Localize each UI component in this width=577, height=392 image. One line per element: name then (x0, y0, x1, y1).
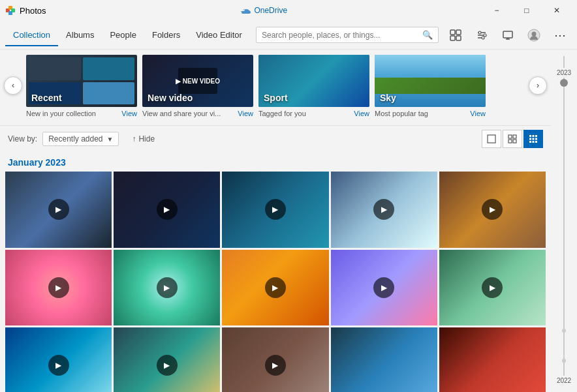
search-icon: 🔍 (422, 30, 433, 40)
play-button: ▶ (157, 199, 178, 220)
play-button: ▶ (157, 277, 178, 298)
search-input[interactable] (262, 31, 418, 40)
view-mode-list-button[interactable] (482, 130, 501, 148)
svg-rect-32 (535, 141, 537, 143)
nav-actions: ⋯ (444, 23, 572, 47)
photo-grid: ▶ ▶ ▶ ▶ ▶ ▶ ▶ (5, 172, 546, 392)
photo-tile[interactable]: ▶ (222, 250, 328, 326)
photo-tile[interactable] (439, 327, 546, 392)
play-button: ▶ (157, 355, 178, 376)
svg-rect-3 (8, 11, 12, 15)
featured-card-newvideo-desc: View and share your vi... (142, 110, 221, 117)
featured-card-sky-info: Most popular tag View (375, 107, 486, 120)
import-icon (450, 29, 461, 41)
tab-albums[interactable]: Albums (58, 25, 102, 46)
featured-card-newvideo-view[interactable]: View (238, 110, 253, 117)
photo-tile[interactable]: ▶ (439, 172, 546, 248)
photo-tile[interactable]: ▶ (5, 327, 112, 392)
featured-next-button[interactable]: › (529, 76, 547, 95)
photo-tile[interactable]: ▶ (114, 327, 220, 392)
slideshow-button[interactable] (496, 23, 520, 47)
play-button: ▶ (265, 199, 286, 220)
featured-strip: ‹ Recent New in your collec (0, 50, 551, 126)
featured-card-recent[interactable]: Recent New in your collection View (26, 55, 137, 120)
svg-rect-14 (503, 31, 512, 38)
featured-card-sport[interactable]: Sport Tagged for you View (258, 55, 369, 120)
photo-tile[interactable]: ▶ (331, 250, 437, 326)
maximize-button[interactable]: □ (512, 0, 542, 21)
svg-rect-28 (533, 138, 535, 140)
featured-card-recent-view[interactable]: View (121, 110, 137, 117)
tab-folders[interactable]: Folders (144, 25, 188, 46)
photo-tile[interactable]: ▶ (222, 327, 328, 392)
svg-rect-4 (450, 30, 455, 35)
app-title: Photos (20, 6, 46, 16)
nav-bar: Collection Albums People Folders Video E… (0, 21, 577, 50)
year-marker-2022[interactable]: 2022 (557, 376, 571, 385)
photo-tile[interactable]: ▶ (5, 250, 112, 326)
hide-group[interactable]: ↑ Hide (132, 134, 155, 143)
onedrive-label: OneDrive (254, 6, 287, 15)
featured-card-sky[interactable]: Sky Most popular tag View (375, 55, 486, 120)
featured-card-recent-image: Recent (26, 55, 137, 107)
viewby-select[interactable]: Recently added ▼ (42, 132, 119, 146)
featured-card-recent-label: Recent (31, 93, 62, 103)
viewby-label: View by: (8, 134, 37, 143)
play-button: ▶ (482, 277, 503, 298)
year-marker-2023[interactable]: 2023 (557, 68, 571, 78)
title-bar-left: Photos (5, 5, 46, 16)
featured-card-newvideo-label: New video (148, 93, 193, 103)
svg-rect-25 (533, 135, 535, 137)
featured-card-recent-desc: New in your collection (26, 110, 96, 117)
tab-people[interactable]: People (102, 25, 144, 46)
featured-card-sky-view[interactable]: View (470, 110, 486, 117)
year-handle[interactable] (560, 79, 568, 87)
photo-tile[interactable]: ▶ (222, 172, 328, 248)
filter-button[interactable] (470, 23, 493, 47)
featured-card-sport-desc: Tagged for you (258, 110, 306, 117)
photos-section: January 2023 ▶ ▶ ▶ ▶ ▶ (0, 152, 551, 392)
view-mode-grid-medium-button[interactable] (503, 130, 522, 148)
svg-rect-7 (456, 36, 461, 40)
svg-point-11 (478, 31, 481, 34)
nav-tabs: Collection Albums People Folders Video E… (5, 25, 256, 46)
svg-rect-31 (533, 141, 535, 143)
chevron-down-icon: ▼ (107, 136, 114, 143)
more-button[interactable]: ⋯ (548, 23, 572, 47)
play-button: ▶ (265, 277, 286, 298)
featured-card-newvideo[interactable]: ▶ NEW VIDEO New video View and share you… (142, 55, 253, 120)
svg-rect-26 (535, 135, 537, 137)
photo-tile[interactable]: ▶ (331, 172, 437, 248)
svg-rect-24 (529, 135, 531, 137)
tab-collection[interactable]: Collection (5, 25, 58, 46)
photo-tile[interactable]: ▶ (114, 250, 220, 326)
month-label: January 2023 (5, 152, 546, 172)
close-button[interactable]: ✕ (542, 0, 572, 21)
grid-small-icon (529, 134, 538, 143)
content-area[interactable]: ‹ Recent New in your collec (0, 50, 551, 392)
featured-card-sport-image: Sport (258, 55, 369, 107)
photo-tile[interactable]: ▶ (5, 172, 112, 248)
account-button[interactable] (522, 23, 546, 47)
svg-rect-27 (529, 138, 531, 140)
view-mode-grid-small-button[interactable] (523, 130, 543, 148)
svg-rect-22 (508, 140, 512, 143)
tab-videoeditor[interactable]: Video Editor (188, 25, 250, 46)
photo-tile[interactable]: ▶ (114, 172, 220, 248)
view-mode-buttons (482, 130, 543, 148)
photo-tile[interactable] (331, 327, 437, 392)
svg-rect-29 (535, 138, 537, 140)
featured-prev-button[interactable]: ‹ (4, 76, 22, 95)
svg-point-18 (532, 31, 537, 36)
grid-medium-icon (508, 134, 517, 143)
import-button[interactable] (444, 23, 467, 47)
year-dot (562, 329, 566, 333)
featured-card-sport-view[interactable]: View (354, 110, 369, 117)
svg-rect-20 (508, 135, 512, 138)
featured-card-sport-info: Tagged for you View (258, 107, 369, 120)
photo-tile[interactable]: ▶ (439, 250, 546, 326)
hide-label: Hide (138, 134, 155, 143)
year-track (563, 56, 565, 385)
minimize-button[interactable]: − (482, 0, 512, 21)
filter-icon (476, 29, 488, 41)
